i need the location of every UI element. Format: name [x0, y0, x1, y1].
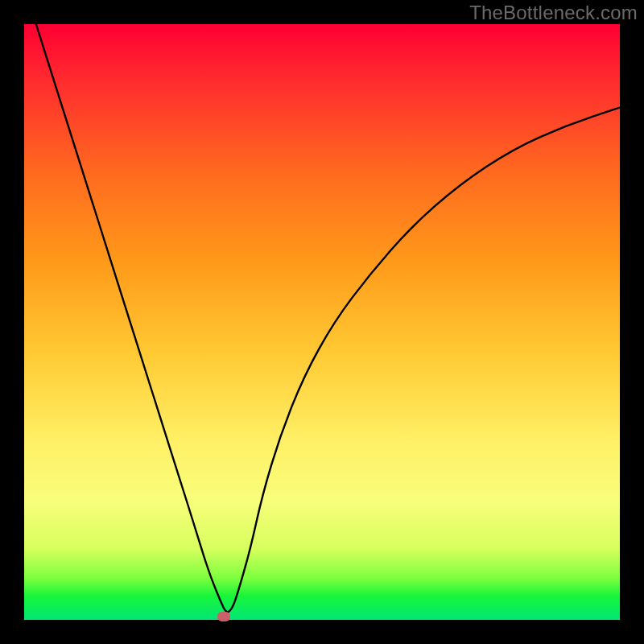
bottleneck-curve: [36, 24, 620, 612]
watermark-text: TheBottleneck.com: [469, 2, 638, 24]
chart-container: { "watermark": "TheBottleneck.com", "cha…: [0, 0, 644, 644]
curve-layer: [24, 24, 620, 620]
optimal-point-marker: [217, 612, 230, 621]
